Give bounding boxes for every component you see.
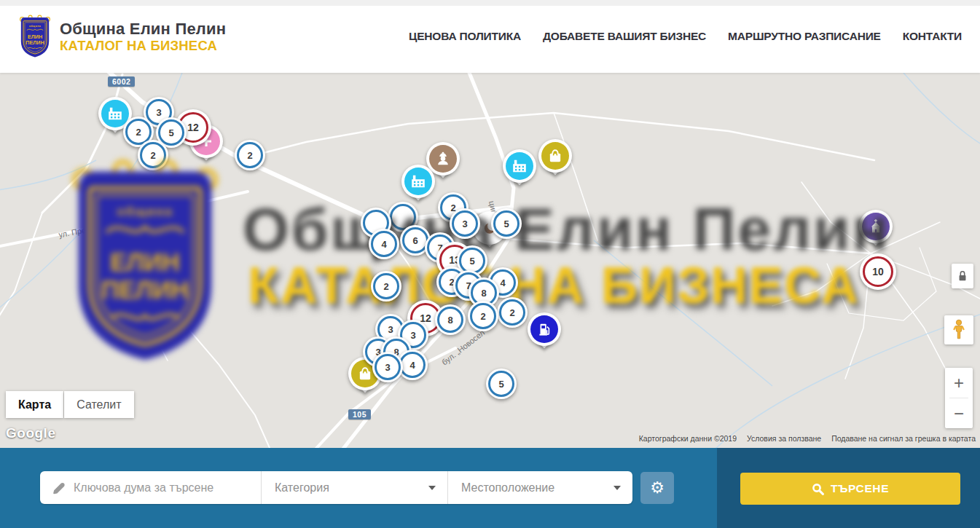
cluster-count: 10 (863, 256, 893, 287)
cluster-count: 5 (488, 371, 514, 397)
map-type-map-button[interactable]: Карта (6, 391, 63, 418)
chevron-down-icon (614, 486, 621, 490)
cluster-marker[interactable]: 2 (235, 140, 265, 170)
main-nav: ЦЕНОВА ПОЛИТИКА ДОБАВЕТЕ ВАШИЯТ БИЗНЕС М… (409, 30, 980, 43)
bag-pin[interactable] (538, 139, 572, 183)
bag-icon (541, 142, 569, 170)
cluster-count: 4 (371, 231, 397, 257)
map-type-control: Карта Сателит (6, 391, 134, 418)
pencil-icon (52, 481, 66, 494)
cluster-marker[interactable]: 10 (860, 253, 896, 290)
search-bar: ТЪРСЕНЕ Категория Местоположение ⚙ (0, 448, 980, 528)
pegman-icon (951, 319, 967, 341)
cluster-marker[interactable]: 3 (450, 208, 480, 239)
road-badge: 105 (348, 409, 371, 419)
fuel-pin[interactable] (528, 312, 561, 356)
pegman-button[interactable] (944, 315, 973, 344)
svg-text:община: община (29, 25, 42, 28)
site-logo[interactable]: община ЕЛИН ПЕЛИН Община Елин Пелин КАТА… (17, 14, 226, 59)
municipality-emblem-icon: община ЕЛИН ПЕЛИН (17, 14, 52, 59)
cluster-count: 3 (452, 210, 478, 237)
zoom-in-button[interactable]: + (945, 368, 973, 398)
search-button[interactable]: ТЪРСЕНЕ (740, 473, 960, 505)
cluster-count: 2 (140, 142, 166, 168)
pin-bubble (528, 312, 561, 346)
zoom-control: + − (945, 368, 973, 428)
cluster-marker[interactable]: 2 (138, 140, 168, 170)
search-fields: Категория Местоположение (40, 471, 632, 504)
search-bar-right-panel: ТЪРСЕНЕ (717, 448, 980, 528)
advanced-search-button[interactable]: ⚙ (640, 472, 674, 504)
nav-bus-schedule[interactable]: МАРШРУТНО РАЗПИСАНИЕ (728, 30, 881, 43)
cluster-marker[interactable]: 8 (435, 304, 466, 335)
cluster-count: 2 (373, 273, 399, 299)
factory-icon (404, 168, 432, 195)
cluster-marker[interactable]: 2 (468, 301, 498, 331)
factory-icon (506, 152, 533, 180)
lock-icon (957, 269, 968, 283)
fuel-icon (530, 315, 558, 343)
road-badge: 6002 (108, 76, 135, 87)
location-select[interactable]: Местоположение (447, 471, 632, 504)
factory-pin[interactable] (503, 149, 536, 193)
map-canvas[interactable]: община ЕЛИН ПЕЛИН Община Елин Пелин КАТА… (0, 73, 980, 448)
cluster-marker[interactable]: 4 (369, 229, 399, 259)
cluster-count: 5 (493, 210, 520, 237)
nav-contacts[interactable]: КОНТАКТИ (903, 30, 962, 43)
gear-icon: ⚙ (650, 478, 665, 497)
logo-title: Община Елин Пелин (60, 20, 226, 37)
page: община ЕЛИН ПЕЛИН Община Елин Пелин КАТА… (0, 0, 980, 528)
zoom-out-button[interactable]: − (945, 398, 973, 428)
svg-text:ПЕЛИН: ПЕЛИН (26, 39, 44, 46)
attribution-copyright: Картографски данни ©2019 (639, 434, 737, 443)
location-select-value: Местоположение (448, 481, 554, 494)
cluster-count: 5 (459, 248, 485, 274)
attribution-report-link[interactable]: Подаване на сигнал за грешка в картата (831, 434, 976, 443)
google-logo[interactable]: Google (6, 425, 55, 441)
pin-bubble (401, 165, 435, 198)
attribution-terms-link[interactable]: Условия за ползване (747, 434, 821, 443)
cluster-count: 2 (237, 142, 263, 168)
cluster-marker[interactable]: 2 (371, 271, 401, 302)
category-select-value: Категория (262, 481, 329, 494)
top-strip (0, 0, 980, 6)
cluster-marker[interactable]: 3 (372, 352, 403, 382)
cluster-count: 8 (437, 307, 463, 333)
cluster-count: 2 (470, 303, 496, 329)
pin-bubble (859, 210, 893, 243)
cluster-marker[interactable]: 5 (486, 369, 517, 399)
search-icon (812, 483, 824, 495)
header: община ЕЛИН ПЕЛИН Община Елин Пелин КАТА… (0, 0, 980, 73)
logo-text: Община Елин Пелин КАТАЛОГ НА БИЗНЕСА (60, 20, 226, 53)
cluster-marker[interactable]: 5 (491, 208, 522, 239)
cluster-count: 3 (375, 354, 401, 380)
cluster-count: 5 (158, 119, 184, 146)
pin-bubble (503, 149, 536, 183)
church-pin[interactable] (859, 210, 893, 253)
map-type-satellite-button[interactable]: Сателит (64, 391, 133, 418)
keyword-section (40, 471, 261, 504)
chevron-down-icon (428, 486, 436, 490)
pin-bubble (538, 139, 572, 173)
cluster-count: 2 (499, 299, 525, 326)
cluster-count: 4 (399, 352, 426, 378)
map-attribution: Картографски данни ©2019 Условия за полз… (639, 434, 976, 443)
nav-pricing[interactable]: ЦЕНОВА ПОЛИТИКА (409, 30, 521, 43)
keyword-input[interactable] (40, 470, 261, 505)
cluster-marker[interactable]: 2 (497, 297, 528, 328)
search-button-label: ТЪРСЕНЕ (831, 482, 889, 495)
logo-subtitle: КАТАЛОГ НА БИЗНЕСА (60, 39, 226, 52)
church-icon (862, 213, 890, 240)
nav-add-business[interactable]: ДОБАВЕТЕ ВАШИЯТ БИЗНЕС (543, 30, 706, 43)
category-select[interactable]: Категория (261, 471, 447, 504)
lock-button[interactable] (952, 264, 973, 288)
